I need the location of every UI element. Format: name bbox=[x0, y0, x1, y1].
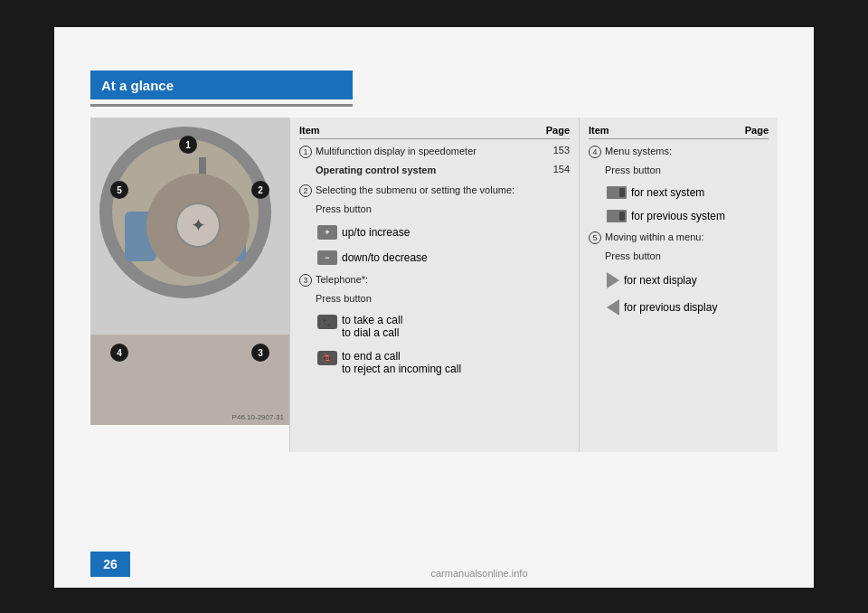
next-sys-label: for next system bbox=[631, 186, 704, 199]
row-menu-text: Menu systems: bbox=[605, 145, 769, 158]
row-tel-text: Telephone*: bbox=[316, 273, 542, 287]
table-row: 4 Menu systems: bbox=[589, 145, 769, 158]
plus-icon: + bbox=[317, 225, 337, 240]
next-display-icon bbox=[607, 272, 619, 288]
row-num-1: 1 bbox=[299, 146, 312, 158]
badge-5: 5 bbox=[110, 181, 128, 199]
table-row: Press button bbox=[589, 250, 769, 263]
table-row: 5 Moving within a menu: bbox=[589, 231, 769, 244]
endcall-label: to end a callto reject an incom­ing call bbox=[342, 350, 461, 375]
right-col-item-label: Item bbox=[589, 125, 609, 136]
row-num-5: 5 bbox=[589, 231, 601, 244]
minus-icon: − bbox=[317, 250, 337, 265]
section-title: At a glance bbox=[101, 78, 174, 93]
endcall-icon: 📵 bbox=[317, 351, 337, 365]
indent-item-next-disp: for next display bbox=[605, 272, 697, 288]
right-table: Item Page 4 Menu systems: Press button f… bbox=[579, 118, 778, 452]
col-item-label: Item bbox=[299, 125, 320, 136]
mercedes-logo: ✦ bbox=[175, 203, 221, 248]
table-row: 1 Multifunction display in speedometer 1… bbox=[299, 145, 570, 158]
table-row: Operating control sys­tem 154 bbox=[299, 164, 570, 177]
badge-1: 1 bbox=[179, 136, 197, 154]
row-3-text: Selecting the submenu or setting the vol… bbox=[316, 184, 542, 197]
call-label: to take a callto dial a call bbox=[342, 314, 402, 339]
indent-item-next-sys: for next system bbox=[605, 186, 704, 199]
content-area: ✦ 1 2 3 4 5 P46.10-2907-31 Item Page 1 M… bbox=[90, 118, 778, 452]
table-row: 📵 to end a callto reject an incom­ing ca… bbox=[299, 347, 570, 378]
indent-item-prev-disp: for previous display bbox=[605, 299, 717, 316]
table-row: 📞 to take a callto dial a call bbox=[299, 311, 570, 342]
next-disp-label: for next display bbox=[624, 274, 697, 287]
indent-item-plus: + up/to increase bbox=[316, 225, 410, 240]
badge-3: 3 bbox=[251, 344, 269, 362]
badge-4: 4 bbox=[110, 344, 128, 362]
next-system-icon bbox=[607, 186, 627, 199]
section-header: At a glance bbox=[90, 71, 353, 99]
row-num-4: 4 bbox=[589, 146, 601, 158]
col-page-label: Page bbox=[546, 125, 570, 136]
plus-label: up/to increase bbox=[342, 226, 410, 239]
steering-wheel-image: ✦ 1 2 3 4 5 bbox=[90, 118, 289, 425]
table-row: − down/to decrease bbox=[299, 248, 570, 268]
table-row: Press button bbox=[589, 164, 769, 177]
table-row: 3 Telephone*: bbox=[299, 273, 570, 287]
prev-display-icon bbox=[607, 299, 619, 316]
subtitle-divider bbox=[90, 104, 353, 107]
table-row: 2 Selecting the submenu or setting the v… bbox=[299, 184, 570, 197]
indent-item-endcall: 📵 to end a callto reject an incom­ing ca… bbox=[316, 350, 461, 375]
prev-sys-label: for previous system bbox=[631, 210, 725, 222]
call-icon: 📞 bbox=[317, 315, 337, 329]
left-table-header: Item Page bbox=[299, 125, 570, 139]
page-number-box: 26 bbox=[90, 552, 130, 577]
sw-hub: ✦ bbox=[146, 174, 250, 277]
page-number: 26 bbox=[103, 557, 118, 571]
badge-2: 2 bbox=[251, 181, 269, 199]
table-row: Press button bbox=[299, 292, 570, 306]
table-row: for previous display bbox=[589, 297, 769, 318]
row-2-text: Operating control sys­tem bbox=[316, 164, 542, 177]
prev-disp-label: for previous display bbox=[624, 301, 717, 314]
minus-label: down/to decrease bbox=[342, 251, 428, 264]
press-button-3: Press button bbox=[605, 164, 769, 177]
row-moving-text: Moving within a menu: bbox=[605, 231, 769, 244]
watermark: carmanualsonline.info bbox=[181, 568, 778, 579]
table-row: for next display bbox=[589, 269, 769, 291]
indent-item-prev-sys: for previous system bbox=[605, 210, 725, 222]
row-1-text: Multifunction display in speedometer bbox=[316, 145, 542, 158]
table-row: + up/to increase bbox=[299, 222, 570, 242]
table-row: for next system bbox=[589, 184, 769, 202]
row-num-2: 2 bbox=[299, 184, 312, 197]
table-row: Press button bbox=[299, 203, 570, 216]
press-button-4: Press button bbox=[605, 250, 769, 263]
press-button-1: Press button bbox=[316, 203, 570, 216]
image-panel: ✦ 1 2 3 4 5 P46.10-2907-31 bbox=[90, 118, 289, 425]
row-2-page: 154 bbox=[542, 164, 570, 174]
right-table-header: Item Page bbox=[589, 125, 769, 139]
right-col-page-label: Page bbox=[745, 125, 769, 136]
indent-item-call: 📞 to take a callto dial a call bbox=[316, 314, 402, 339]
left-table: Item Page 1 Multifunction display in spe… bbox=[289, 118, 579, 452]
prev-system-icon bbox=[607, 210, 627, 222]
table-row: for previous system bbox=[589, 207, 769, 225]
indent-item-minus: − down/to decrease bbox=[316, 250, 428, 265]
image-caption: P46.10-2907-31 bbox=[232, 413, 284, 421]
press-button-2: Press button bbox=[316, 292, 570, 306]
row-1-page: 153 bbox=[542, 145, 570, 156]
row-num-3: 3 bbox=[299, 274, 312, 287]
